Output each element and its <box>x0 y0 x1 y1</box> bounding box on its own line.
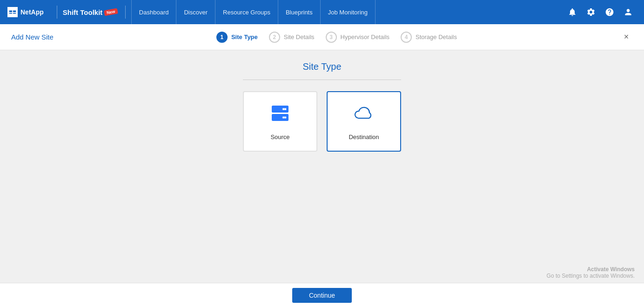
navbar: NetApp Shift Toolkit New Dashboard Disco… <box>0 0 644 24</box>
close-button[interactable]: × <box>620 31 633 44</box>
footer: Continue <box>0 283 644 307</box>
site-type-divider <box>243 80 401 80</box>
help-icon[interactable] <box>601 4 618 20</box>
wizard-step-1-circle: 1 <box>216 32 228 43</box>
windows-watermark-line2: Go to Settings to activate Windows. <box>547 273 635 279</box>
nav-actions <box>564 4 637 20</box>
windows-watermark-line1: Activate Windows <box>547 266 635 273</box>
source-label: Source <box>270 133 289 140</box>
wizard-step-4-circle: 4 <box>401 32 412 43</box>
source-card[interactable]: Source <box>243 91 317 152</box>
netapp-logo: NetApp <box>7 7 44 17</box>
nav-link-blueprints[interactable]: Blueprints <box>278 0 321 24</box>
settings-icon[interactable] <box>583 4 599 20</box>
nav-divider-2 <box>125 6 126 19</box>
content-area: Add New Site 1 Site Type 2 Site Details … <box>0 24 644 307</box>
nav-link-resource-groups[interactable]: Resource Groups <box>215 0 278 24</box>
wizard-step-2-circle: 2 <box>269 32 280 43</box>
cards-row: Source Destination <box>243 91 401 152</box>
wizard-steps: 1 Site Type 2 Site Details 3 Hypervisor … <box>54 32 620 43</box>
svg-point-8 <box>284 116 286 118</box>
server-icon <box>269 103 291 127</box>
nav-links: Dashboard Discover Resource Groups Bluep… <box>131 0 376 24</box>
netapp-label: NetApp <box>20 8 44 16</box>
destination-card[interactable]: Destination <box>327 91 401 152</box>
notification-icon[interactable] <box>564 4 581 20</box>
svg-point-4 <box>283 108 285 110</box>
wizard-step-4: 4 Storage Details <box>401 32 457 43</box>
wizard-step-4-label: Storage Details <box>416 33 457 40</box>
page-title: Add New Site <box>11 33 54 41</box>
windows-watermark: Activate Windows Go to Settings to activ… <box>547 266 635 279</box>
netapp-icon <box>7 7 18 17</box>
new-badge: New <box>104 8 118 16</box>
nav-link-dashboard[interactable]: Dashboard <box>131 0 177 24</box>
destination-label: Destination <box>349 133 379 140</box>
continue-button[interactable]: Continue <box>292 288 352 303</box>
site-type-heading: Site Type <box>302 61 341 72</box>
nav-link-discover[interactable]: Discover <box>176 0 215 24</box>
brand-area: NetApp <box>7 7 44 17</box>
svg-point-7 <box>283 116 285 118</box>
wizard-step-1-label: Site Type <box>231 33 258 40</box>
wizard-step-3: 3 Hypervisor Details <box>326 32 389 43</box>
subheader: Add New Site 1 Site Type 2 Site Details … <box>0 24 644 50</box>
wizard-step-3-circle: 3 <box>326 32 337 43</box>
toolkit-label: Shift Toolkit New <box>63 8 118 16</box>
wizard-step-1: 1 Site Type <box>216 32 258 43</box>
wizard-step-3-label: Hypervisor Details <box>341 33 389 40</box>
user-icon[interactable] <box>620 4 637 20</box>
nav-link-job-monitoring[interactable]: Job Monitoring <box>321 0 376 24</box>
main-area: Site Type S <box>0 50 644 307</box>
nav-divider-1 <box>57 6 57 19</box>
wizard-step-2: 2 Site Details <box>269 32 315 43</box>
cloud-icon <box>353 103 375 127</box>
wizard-step-2-label: Site Details <box>284 33 315 40</box>
svg-point-5 <box>284 108 286 110</box>
